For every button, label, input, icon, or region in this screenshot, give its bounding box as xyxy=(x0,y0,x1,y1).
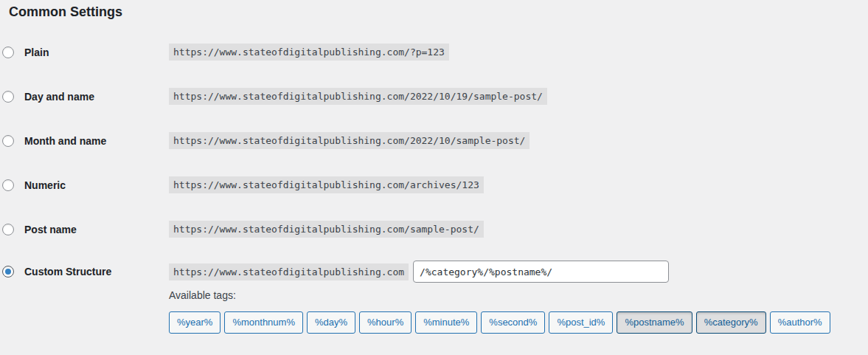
radio-month-and-name[interactable] xyxy=(2,135,14,147)
tag-button-postname[interactable]: %postname% xyxy=(617,311,692,334)
setting-label-day-and-name: Day and name xyxy=(24,90,94,103)
setting-label-plain: Plain xyxy=(24,46,49,59)
custom-structure-input[interactable] xyxy=(413,261,669,283)
tag-button-post-id[interactable]: %post_id% xyxy=(549,311,613,334)
permalink-example-numeric: https://www.stateofdigitalpublishing.com… xyxy=(169,176,484,193)
radio-post-name[interactable] xyxy=(2,224,14,235)
page-title: Common Settings xyxy=(9,4,868,20)
tag-button-minute[interactable]: %minute% xyxy=(415,311,477,334)
tag-button-monthnum[interactable]: %monthnum% xyxy=(224,311,303,334)
available-tags-list: %year% %monthnum% %day% %hour% %minute% … xyxy=(169,311,868,334)
permalink-example-plain: https://www.stateofdigitalpublishing.com… xyxy=(169,44,449,61)
permalink-example-month-and-name: https://www.stateofdigitalpublishing.com… xyxy=(169,132,530,149)
tag-button-second[interactable]: %second% xyxy=(481,311,545,334)
setting-row-numeric: Numeric https://www.stateofdigitalpublis… xyxy=(0,176,868,194)
setting-row-post-name: Post name https://www.stateofdigitalpubl… xyxy=(0,221,868,238)
permalink-example-post-name: https://www.stateofdigitalpublishing.com… xyxy=(169,221,484,238)
tag-button-category[interactable]: %category% xyxy=(696,311,766,334)
custom-structure-url-prefix: https://www.stateofdigitalpublishing.com xyxy=(169,263,409,280)
common-settings-table: Plain https://www.stateofdigitalpublishi… xyxy=(0,44,868,334)
tag-button-year[interactable]: %year% xyxy=(169,311,221,334)
setting-row-month-and-name: Month and name https://www.stateofdigita… xyxy=(0,132,868,150)
available-tags-label: Available tags: xyxy=(169,289,868,302)
radio-day-and-name[interactable] xyxy=(2,91,14,103)
setting-label-post-name: Post name xyxy=(24,223,77,236)
setting-label-custom-structure: Custom Structure xyxy=(24,265,111,278)
permalink-example-day-and-name: https://www.stateofdigitalpublishing.com… xyxy=(169,88,547,105)
radio-plain[interactable] xyxy=(2,46,14,58)
setting-label-month-and-name: Month and name xyxy=(24,134,106,148)
radio-numeric[interactable] xyxy=(2,179,14,191)
setting-label-numeric: Numeric xyxy=(24,179,66,192)
setting-row-plain: Plain https://www.stateofdigitalpublishi… xyxy=(0,44,868,61)
tag-button-day[interactable]: %day% xyxy=(307,311,355,334)
tag-button-hour[interactable]: %hour% xyxy=(359,311,412,334)
setting-row-custom-structure: Custom Structure https://www.stateofdigi… xyxy=(0,261,868,334)
setting-row-day-and-name: Day and name https://www.stateofdigitalp… xyxy=(0,88,868,106)
radio-custom-structure[interactable] xyxy=(2,266,14,278)
tag-button-author[interactable]: %author% xyxy=(770,311,830,334)
